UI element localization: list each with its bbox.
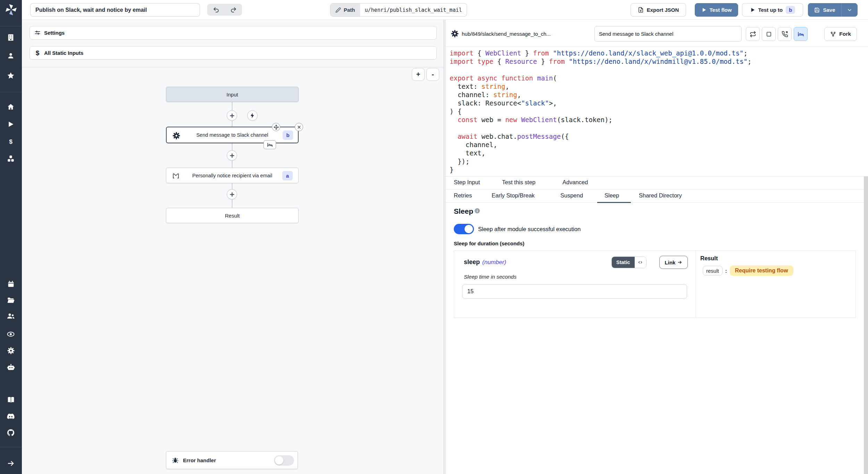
sleep-toggle[interactable] [454, 224, 474, 234]
lightning-icon [249, 112, 256, 119]
move-node-button[interactable] [272, 123, 280, 131]
all-static-inputs-bar[interactable]: $ All Static Inputs [30, 46, 437, 60]
code-line: import type { Resource } from "https://d… [450, 57, 751, 66]
step-editor-panel: hub/849/slack/send_message_to_ch... Send… [445, 20, 868, 474]
groups-icon[interactable] [6, 311, 16, 321]
scrollbar[interactable] [864, 176, 868, 474]
audit-logs-icon[interactable] [6, 329, 16, 339]
trigger-button[interactable] [247, 110, 258, 121]
favorites-icon[interactable] [6, 70, 16, 81]
folders-icon[interactable] [6, 295, 16, 305]
git-fork-icon [830, 31, 836, 37]
code-editor[interactable]: import { WebClient } from "https://deno.… [450, 49, 751, 174]
apps-icon[interactable] [6, 362, 16, 372]
undo-button[interactable] [207, 4, 225, 16]
resources-icon[interactable] [6, 153, 16, 164]
docs-icon[interactable] [6, 395, 16, 405]
save-split-button: Save [808, 3, 858, 17]
step-summary-input[interactable]: Send message to Slack channel [594, 26, 742, 42]
undo-icon [213, 7, 219, 13]
field-header: sleep (number) [464, 259, 506, 266]
tab-suspend[interactable]: Suspend [560, 192, 583, 199]
code-line: text: string, [450, 82, 751, 91]
result-row: result : Require testing flow [703, 265, 793, 276]
delete-node-button[interactable] [295, 123, 303, 131]
tab-step-input[interactable]: Step Input [454, 179, 480, 186]
zoom-in-button[interactable]: + [412, 68, 425, 81]
code-segment[interactable] [635, 257, 646, 268]
edge [232, 183, 232, 189]
link-button[interactable]: Link [659, 256, 688, 269]
result-key-chip: result [703, 266, 723, 276]
sleep-value-input[interactable]: 15 [462, 284, 687, 299]
save-dropdown-button[interactable] [842, 3, 858, 17]
insert-step-button[interactable] [227, 189, 237, 200]
static-code-segmented: Static [611, 256, 646, 268]
home-icon[interactable] [6, 102, 16, 112]
tab-test-this-step[interactable]: Test this step [502, 179, 535, 186]
error-handler-bar[interactable]: Error handler [166, 451, 298, 469]
slack-node-label: Send message to Slack channel [196, 132, 268, 138]
tab-shared-directory[interactable]: Shared Directory [639, 192, 682, 199]
tab-advanced[interactable]: Advanced [562, 179, 588, 186]
settings-bar[interactable]: Settings [30, 26, 437, 40]
export-json-button[interactable]: Export JSON [631, 3, 686, 17]
code-line: await web.chat.postMessage({ [450, 132, 751, 141]
tab-retries[interactable]: Retries [454, 192, 472, 199]
user-icon[interactable] [6, 51, 16, 61]
insert-step-button[interactable] [227, 110, 237, 121]
save-button[interactable]: Save [808, 3, 842, 17]
expand-icon[interactable] [6, 458, 16, 468]
path-group[interactable]: Path u/henri/publish_slack_wait_mail [330, 3, 467, 17]
plus-icon [229, 153, 235, 159]
field-type: (number) [482, 259, 506, 266]
script-path: hub/849/slack/send_message_to_ch... [462, 30, 551, 37]
suspend-button[interactable] [778, 27, 792, 41]
sleep-section-header: Sleep i [454, 207, 480, 215]
code-line [450, 66, 751, 74]
flow-node-result[interactable]: Result [166, 208, 299, 223]
tab-early-stop-break[interactable]: Early Stop/Break [492, 192, 535, 199]
workspace-icon[interactable] [6, 32, 16, 43]
fork-button[interactable]: Fork [824, 27, 857, 41]
script-gear-icon [172, 132, 181, 140]
code-line [450, 124, 751, 132]
error-handler-toggle[interactable] [274, 455, 294, 466]
divider [445, 46, 868, 47]
flow-node-slack[interactable]: Send message to Slack channel b [166, 127, 299, 143]
field-name: sleep [464, 259, 480, 266]
static-segment[interactable]: Static [612, 257, 635, 268]
sleep-tab-button[interactable] [794, 27, 808, 41]
info-icon[interactable]: i [475, 208, 480, 213]
play-icon [750, 7, 755, 12]
windmill-logo[interactable] [4, 3, 18, 17]
test-up-to-button[interactable]: Test up to b [742, 3, 803, 17]
variables-icon[interactable]: $ [6, 136, 16, 147]
flow-node-email[interactable]: Personally notice recipient via email a [166, 168, 299, 183]
arrow-right-icon [677, 260, 682, 265]
stop-button[interactable] [762, 27, 776, 41]
insert-step-button[interactable] [227, 150, 237, 161]
refresh-script-button[interactable] [746, 27, 760, 41]
canvas-top-border [22, 67, 443, 67]
test-flow-button[interactable]: Test flow [695, 3, 738, 17]
tab-sleep[interactable]: Sleep [604, 192, 619, 199]
discord-icon[interactable] [6, 411, 16, 422]
schedules-icon[interactable] [6, 279, 16, 289]
square-icon [766, 31, 772, 37]
move-icon [274, 125, 279, 130]
runs-icon[interactable] [6, 119, 16, 129]
flow-title-input[interactable]: Publish on Slack, wait and notice by ema… [30, 3, 200, 17]
workers-icon[interactable] [6, 345, 16, 356]
redo-button[interactable] [225, 4, 242, 16]
slack-node-step-badge: b [283, 130, 293, 140]
flow-node-input[interactable]: Input [166, 87, 299, 102]
bed-icon [267, 142, 273, 148]
selected-tab-underline [597, 202, 631, 203]
zoom-out-button[interactable]: - [426, 68, 439, 81]
github-icon[interactable] [6, 428, 16, 438]
sleep-duration-label: Sleep for duration (seconds) [454, 240, 524, 246]
code-icon [638, 260, 643, 265]
pencil-icon [335, 7, 341, 13]
primary-tabs: Step InputTest this stepAdvanced [445, 176, 868, 189]
